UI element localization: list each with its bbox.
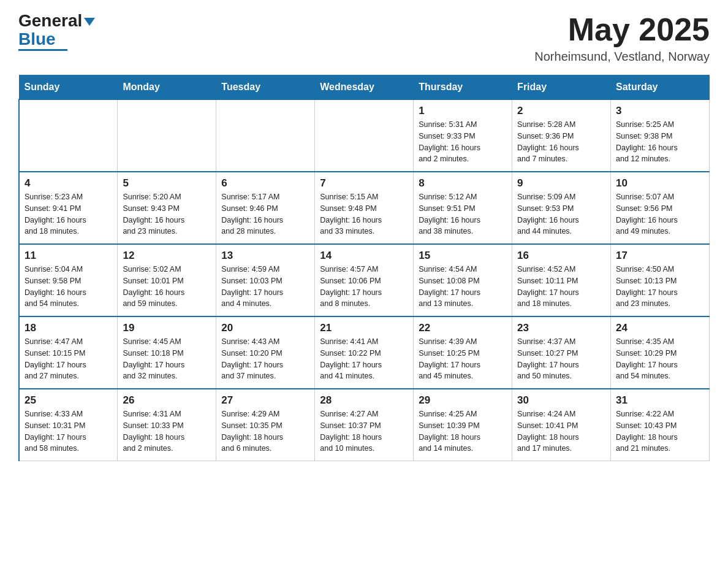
day-number: 31 [616, 394, 704, 407]
location-title: Norheimsund, Vestland, Norway [534, 50, 710, 64]
day-cell-7: 7Sunrise: 5:15 AM Sunset: 9:48 PM Daylig… [315, 172, 414, 244]
column-header-monday: Monday [118, 75, 216, 100]
day-info: Sunrise: 5:07 AM Sunset: 9:56 PM Dayligh… [616, 191, 704, 237]
day-cell-23: 23Sunrise: 4:37 AM Sunset: 10:27 PM Dayl… [512, 316, 611, 389]
day-number: 3 [616, 105, 704, 117]
day-cell-12: 12Sunrise: 5:02 AM Sunset: 10:01 PM Dayl… [118, 244, 216, 316]
day-info: Sunrise: 5:23 AM Sunset: 9:41 PM Dayligh… [25, 191, 112, 237]
day-cell-16: 16Sunrise: 4:52 AM Sunset: 10:11 PM Dayl… [512, 244, 611, 316]
empty-cell [19, 99, 118, 172]
day-cell-30: 30Sunrise: 4:24 AM Sunset: 10:41 PM Dayl… [512, 389, 611, 461]
day-number: 10 [616, 177, 704, 190]
day-number: 5 [123, 177, 211, 190]
logo-underline [18, 49, 67, 51]
day-info: Sunrise: 4:50 AM Sunset: 10:13 PM Daylig… [616, 264, 704, 310]
day-number: 27 [221, 394, 309, 407]
day-info: Sunrise: 4:25 AM Sunset: 10:39 PM Daylig… [419, 408, 507, 454]
day-cell-3: 3Sunrise: 5:25 AM Sunset: 9:38 PM Daylig… [611, 99, 710, 172]
day-cell-28: 28Sunrise: 4:27 AM Sunset: 10:37 PM Dayl… [315, 389, 414, 461]
day-number: 14 [320, 250, 408, 262]
day-info: Sunrise: 5:09 AM Sunset: 9:53 PM Dayligh… [517, 191, 605, 237]
day-cell-5: 5Sunrise: 5:20 AM Sunset: 9:43 PM Daylig… [118, 172, 216, 244]
day-cell-18: 18Sunrise: 4:47 AM Sunset: 10:15 PM Dayl… [19, 316, 118, 389]
day-number: 20 [221, 322, 309, 334]
day-number: 17 [616, 250, 704, 262]
column-header-friday: Friday [512, 75, 611, 100]
day-number: 24 [616, 322, 704, 334]
day-number: 9 [517, 177, 605, 190]
day-cell-25: 25Sunrise: 4:33 AM Sunset: 10:31 PM Dayl… [19, 389, 118, 461]
day-cell-21: 21Sunrise: 4:41 AM Sunset: 10:22 PM Dayl… [315, 316, 414, 389]
day-info: Sunrise: 4:24 AM Sunset: 10:41 PM Daylig… [517, 408, 605, 454]
week-row-3: 11Sunrise: 5:04 AM Sunset: 9:58 PM Dayli… [19, 244, 710, 316]
day-number: 26 [123, 394, 211, 407]
page-header: General Blue May 2025 Norheimsund, Vestl… [18, 12, 710, 64]
day-info: Sunrise: 4:47 AM Sunset: 10:15 PM Daylig… [25, 336, 112, 382]
day-number: 19 [123, 322, 211, 334]
day-cell-15: 15Sunrise: 4:54 AM Sunset: 10:08 PM Dayl… [414, 244, 512, 316]
day-cell-13: 13Sunrise: 4:59 AM Sunset: 10:03 PM Dayl… [216, 244, 315, 316]
day-info: Sunrise: 4:54 AM Sunset: 10:08 PM Daylig… [419, 264, 507, 310]
day-number: 30 [517, 394, 605, 407]
empty-cell [216, 99, 315, 172]
day-info: Sunrise: 5:17 AM Sunset: 9:46 PM Dayligh… [221, 191, 309, 237]
logo-text: General [18, 12, 95, 29]
day-number: 7 [320, 177, 408, 190]
week-row-1: 1Sunrise: 5:31 AM Sunset: 9:33 PM Daylig… [19, 99, 710, 172]
day-header-row: SundayMondayTuesdayWednesdayThursdayFrid… [19, 75, 710, 100]
day-number: 15 [419, 250, 507, 262]
day-number: 25 [25, 394, 112, 407]
day-info: Sunrise: 4:41 AM Sunset: 10:22 PM Daylig… [320, 336, 408, 382]
week-row-2: 4Sunrise: 5:23 AM Sunset: 9:41 PM Daylig… [19, 172, 710, 244]
day-info: Sunrise: 4:27 AM Sunset: 10:37 PM Daylig… [320, 408, 408, 454]
day-cell-8: 8Sunrise: 5:12 AM Sunset: 9:51 PM Daylig… [414, 172, 512, 244]
day-info: Sunrise: 5:04 AM Sunset: 9:58 PM Dayligh… [25, 264, 112, 310]
day-number: 13 [221, 250, 309, 262]
day-cell-31: 31Sunrise: 4:22 AM Sunset: 10:43 PM Dayl… [611, 389, 710, 461]
day-info: Sunrise: 4:29 AM Sunset: 10:35 PM Daylig… [221, 408, 309, 454]
day-number: 4 [25, 177, 112, 190]
column-header-tuesday: Tuesday [216, 75, 315, 100]
day-cell-10: 10Sunrise: 5:07 AM Sunset: 9:56 PM Dayli… [611, 172, 710, 244]
day-info: Sunrise: 4:22 AM Sunset: 10:43 PM Daylig… [616, 408, 704, 454]
day-number: 18 [25, 322, 112, 334]
day-cell-20: 20Sunrise: 4:43 AM Sunset: 10:20 PM Dayl… [216, 316, 315, 389]
calendar-table: SundayMondayTuesdayWednesdayThursdayFrid… [18, 75, 710, 461]
day-info: Sunrise: 5:28 AM Sunset: 9:36 PM Dayligh… [517, 119, 605, 165]
day-number: 23 [517, 322, 605, 334]
day-number: 16 [517, 250, 605, 262]
day-info: Sunrise: 4:35 AM Sunset: 10:29 PM Daylig… [616, 336, 704, 382]
day-number: 6 [221, 177, 309, 190]
day-info: Sunrise: 4:37 AM Sunset: 10:27 PM Daylig… [517, 336, 605, 382]
day-info: Sunrise: 5:25 AM Sunset: 9:38 PM Dayligh… [616, 119, 704, 165]
logo-blue-text: Blue [18, 31, 56, 48]
column-header-thursday: Thursday [414, 75, 512, 100]
day-number: 8 [419, 177, 507, 190]
day-cell-6: 6Sunrise: 5:17 AM Sunset: 9:46 PM Daylig… [216, 172, 315, 244]
day-cell-24: 24Sunrise: 4:35 AM Sunset: 10:29 PM Dayl… [611, 316, 710, 389]
empty-cell [315, 99, 414, 172]
day-number: 29 [419, 394, 507, 407]
day-cell-22: 22Sunrise: 4:39 AM Sunset: 10:25 PM Dayl… [414, 316, 512, 389]
day-info: Sunrise: 5:20 AM Sunset: 9:43 PM Dayligh… [123, 191, 211, 237]
day-number: 21 [320, 322, 408, 334]
day-cell-29: 29Sunrise: 4:25 AM Sunset: 10:39 PM Dayl… [414, 389, 512, 461]
day-info: Sunrise: 5:15 AM Sunset: 9:48 PM Dayligh… [320, 191, 408, 237]
day-number: 1 [419, 105, 507, 117]
day-cell-1: 1Sunrise: 5:31 AM Sunset: 9:33 PM Daylig… [414, 99, 512, 172]
day-info: Sunrise: 4:57 AM Sunset: 10:06 PM Daylig… [320, 264, 408, 310]
day-info: Sunrise: 4:31 AM Sunset: 10:33 PM Daylig… [123, 408, 211, 454]
day-info: Sunrise: 4:43 AM Sunset: 10:20 PM Daylig… [221, 336, 309, 382]
day-cell-4: 4Sunrise: 5:23 AM Sunset: 9:41 PM Daylig… [19, 172, 118, 244]
month-title: May 2025 [534, 12, 710, 47]
day-cell-17: 17Sunrise: 4:50 AM Sunset: 10:13 PM Dayl… [611, 244, 710, 316]
day-cell-11: 11Sunrise: 5:04 AM Sunset: 9:58 PM Dayli… [19, 244, 118, 316]
day-number: 22 [419, 322, 507, 334]
day-cell-26: 26Sunrise: 4:31 AM Sunset: 10:33 PM Dayl… [118, 389, 216, 461]
day-info: Sunrise: 4:59 AM Sunset: 10:03 PM Daylig… [221, 264, 309, 310]
day-info: Sunrise: 4:33 AM Sunset: 10:31 PM Daylig… [25, 408, 112, 454]
logo: General Blue [18, 12, 95, 51]
day-cell-27: 27Sunrise: 4:29 AM Sunset: 10:35 PM Dayl… [216, 389, 315, 461]
day-cell-2: 2Sunrise: 5:28 AM Sunset: 9:36 PM Daylig… [512, 99, 611, 172]
week-row-5: 25Sunrise: 4:33 AM Sunset: 10:31 PM Dayl… [19, 389, 710, 461]
